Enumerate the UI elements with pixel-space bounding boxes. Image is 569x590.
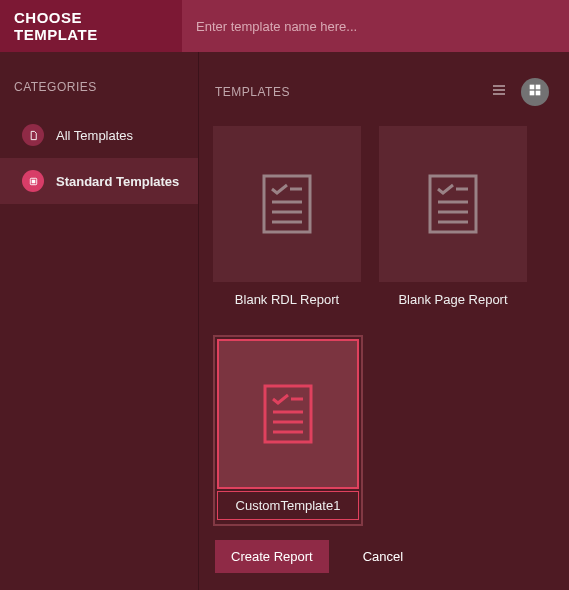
categories-heading: CATEGORIES	[0, 68, 198, 112]
template-thumbnail	[213, 126, 361, 282]
svg-rect-14	[430, 176, 476, 232]
templates-gallery: Blank RDL Report Blank Page Report	[213, 126, 555, 526]
search-input[interactable]	[196, 19, 555, 34]
file-icon	[22, 124, 44, 146]
template-tile[interactable]: Blank RDL Report	[213, 126, 361, 317]
view-grid-button[interactable]	[521, 78, 549, 106]
svg-rect-19	[265, 386, 311, 442]
template-label: Blank RDL Report	[213, 282, 361, 317]
dialog-header: CHOOSE TEMPLATE	[0, 0, 569, 52]
svg-rect-5	[530, 85, 535, 90]
search-field-wrap[interactable]	[182, 0, 569, 52]
categories-sidebar: CATEGORIES All Templates Standard Templa…	[0, 52, 198, 590]
list-icon	[491, 82, 507, 102]
category-label: All Templates	[56, 128, 133, 143]
templates-heading: TEMPLATES	[215, 85, 477, 99]
template-tile[interactable]: CustomTemplate1	[213, 335, 363, 526]
create-report-button[interactable]: Create Report	[215, 540, 329, 573]
svg-rect-1	[31, 179, 35, 183]
cancel-button[interactable]: Cancel	[347, 540, 419, 573]
svg-rect-4	[493, 93, 505, 94]
template-label: CustomTemplate1	[217, 491, 359, 520]
svg-rect-3	[493, 89, 505, 90]
svg-rect-8	[536, 91, 541, 96]
templates-header: TEMPLATES	[213, 68, 555, 126]
svg-rect-2	[493, 85, 505, 86]
svg-rect-7	[530, 91, 535, 96]
dialog-title: CHOOSE TEMPLATE	[0, 9, 182, 43]
svg-rect-6	[536, 85, 541, 90]
dialog-footer: Create Report Cancel	[213, 526, 555, 579]
main-area: CATEGORIES All Templates Standard Templa…	[0, 52, 569, 590]
category-standard-templates[interactable]: Standard Templates	[0, 158, 198, 204]
layers-icon	[22, 170, 44, 192]
template-label: Blank Page Report	[379, 282, 527, 317]
template-thumbnail	[379, 126, 527, 282]
templates-panel: TEMPLATES	[198, 52, 569, 590]
template-thumbnail	[217, 339, 359, 489]
grid-icon	[527, 82, 543, 102]
view-list-button[interactable]	[485, 78, 513, 106]
category-all-templates[interactable]: All Templates	[0, 112, 198, 158]
template-tile[interactable]: Blank Page Report	[379, 126, 527, 317]
svg-rect-9	[264, 176, 310, 232]
category-label: Standard Templates	[56, 174, 179, 189]
